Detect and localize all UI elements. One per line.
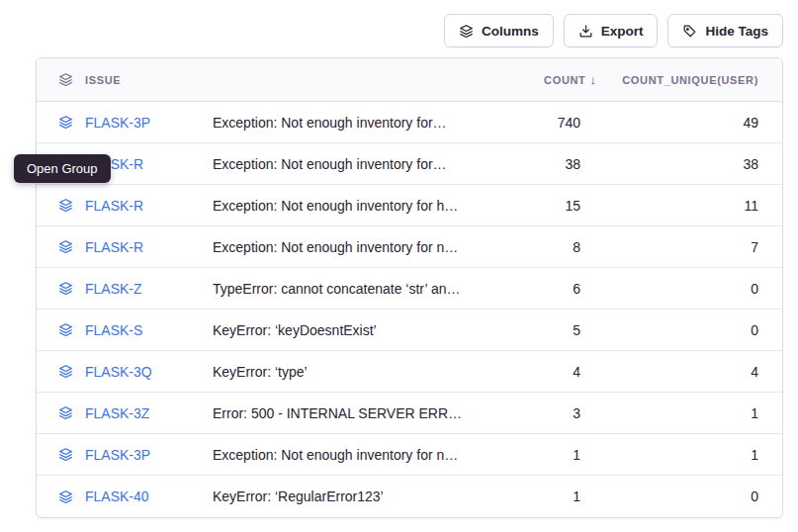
count-header-label: COUNT [544, 74, 585, 86]
toolbar: Columns Export Hide Tags [36, 14, 783, 47]
count-value: 8 [480, 239, 598, 255]
issue-cell: FLASK-R [37, 198, 213, 214]
count-unique-value: 4 [598, 364, 782, 380]
count-value: 3 [480, 405, 598, 421]
columns-button-label: Columns [482, 24, 539, 39]
open-group-tooltip: Open Group [14, 154, 111, 183]
hide-tags-button-label: Hide Tags [705, 24, 768, 39]
issue-cell: FLASK-Z [37, 281, 213, 297]
tooltip-label: Open Group [27, 161, 98, 176]
count-unique-value: 0 [598, 488, 782, 504]
table-row: FLASK-40 KeyError: ‘RegularError123’ 1 0 [37, 476, 782, 517]
issue-link[interactable]: FLASK-Z [85, 281, 142, 297]
open-group-stack-icon[interactable] [58, 405, 73, 420]
count-value: 740 [480, 115, 598, 131]
count-value: 5 [480, 322, 598, 338]
open-group-stack-icon[interactable] [58, 281, 73, 296]
issue-link[interactable]: FLASK-S [85, 322, 142, 338]
issue-link[interactable]: FLASK-R [85, 198, 143, 214]
count-unique-value: 11 [598, 198, 782, 214]
hide-tags-button[interactable]: Hide Tags [667, 14, 783, 47]
issue-link[interactable]: FLASK-3P [85, 115, 150, 131]
issue-link[interactable]: FLASK-R [85, 239, 143, 255]
table-row: FLASK-R Exception: Not enough inventory … [37, 185, 782, 226]
issue-cell: FLASK-40 [37, 488, 213, 504]
issue-title: Exception: Not enough inventory for h… [213, 185, 480, 226]
open-group-stack-icon[interactable] [58, 198, 73, 213]
issue-title: KeyError: ‘RegularError123’ [213, 476, 480, 517]
export-button-label: Export [601, 24, 644, 39]
issue-title: Error: 500 - INTERNAL SERVER ERROR [213, 393, 480, 434]
issue-link[interactable]: FLASK-3Q [85, 364, 152, 380]
open-group-stack-icon[interactable] [58, 322, 73, 337]
table-row: FLASK-3P Exception: Not enough inventory… [37, 434, 782, 476]
count-unique-header-label: COUNT_UNIQUE(USER) [622, 74, 758, 86]
issue-title: Exception: Not enough inventory for n… [213, 434, 480, 476]
count-unique-value: 0 [598, 281, 782, 297]
issue-cell: FLASK-3P [37, 115, 213, 131]
open-group-stack-icon[interactable] [58, 239, 73, 254]
issue-cell: FLASK-3Q [37, 364, 213, 380]
issue-cell: FLASK-3Z [37, 405, 213, 421]
issue-title: TypeError: cannot concatenate ‘str’ an… [213, 268, 480, 310]
stack-icon [459, 24, 474, 39]
count-value: 4 [480, 364, 598, 380]
download-icon [578, 24, 593, 39]
sort-descending-icon: ↓ [590, 72, 597, 87]
count-value: 1 [480, 488, 598, 504]
issue-title: Exception: Not enough inventory for… [213, 143, 480, 185]
count-column-header[interactable]: COUNT ↓ [480, 72, 598, 87]
tag-icon [682, 24, 697, 39]
issue-link[interactable]: FLASK-3Z [85, 405, 149, 421]
count-unique-value: 0 [598, 322, 782, 338]
issue-title: KeyError: ‘keyDoesntExist’ [213, 310, 480, 351]
count-unique-value: 7 [598, 239, 782, 255]
issue-link[interactable]: FLASK-3P [85, 447, 150, 463]
stack-icon [58, 72, 73, 87]
issue-cell: FLASK-S [37, 322, 213, 338]
open-group-stack-icon[interactable] [58, 115, 73, 130]
count-value: 38 [480, 156, 598, 172]
count-unique-column-header[interactable]: COUNT_UNIQUE(USER) [598, 74, 782, 86]
table-row: FLASK-3Z Error: 500 - INTERNAL SERVER ER… [37, 393, 782, 434]
issue-title: KeyError: ‘type’ [213, 351, 480, 393]
count-unique-value: 38 [598, 156, 782, 172]
open-group-stack-icon[interactable] [58, 489, 73, 504]
count-value: 6 [480, 281, 598, 297]
issue-column-header[interactable]: ISSUE [37, 72, 213, 87]
issue-title: Exception: Not enough inventory for… [213, 102, 480, 143]
table-row: FLASK-Z TypeError: cannot concatenate ‘s… [37, 268, 782, 310]
table-row: FLASK-3Q KeyError: ‘type’ 4 4 [37, 351, 782, 393]
count-unique-value: 49 [598, 115, 782, 131]
table-row: FLASK-3P Exception: Not enough inventory… [37, 102, 782, 143]
issue-cell: FLASK-R [37, 239, 213, 255]
issue-header-label: ISSUE [85, 74, 121, 86]
results-table: ISSUE COUNT ↓ COUNT_UNIQUE(USER) FLASK-3… [36, 57, 783, 518]
open-group-stack-icon[interactable] [58, 447, 73, 462]
count-unique-value: 1 [598, 405, 782, 421]
table-header-row: ISSUE COUNT ↓ COUNT_UNIQUE(USER) [37, 58, 782, 102]
issue-cell: FLASK-3P [37, 447, 213, 463]
table-row: FLASK-S KeyError: ‘keyDoesntExist’ 5 0 [37, 310, 782, 351]
table-body: FLASK-3P Exception: Not enough inventory… [37, 102, 782, 517]
issue-link[interactable]: FLASK-40 [85, 488, 149, 504]
open-group-stack-icon[interactable] [58, 364, 73, 379]
table-row: FLASK-R Exception: Not enough inventory … [37, 226, 782, 268]
count-value: 1 [480, 447, 598, 463]
count-value: 15 [480, 198, 598, 214]
export-button[interactable]: Export [564, 14, 659, 47]
count-unique-value: 1 [598, 447, 782, 463]
table-row: FLASK-R Exception: Not enough inventory … [37, 143, 782, 185]
discover-results-page: Columns Export Hide Tags [0, 0, 798, 532]
columns-button[interactable]: Columns [444, 14, 554, 47]
issue-title: Exception: Not enough inventory for n… [213, 226, 480, 268]
